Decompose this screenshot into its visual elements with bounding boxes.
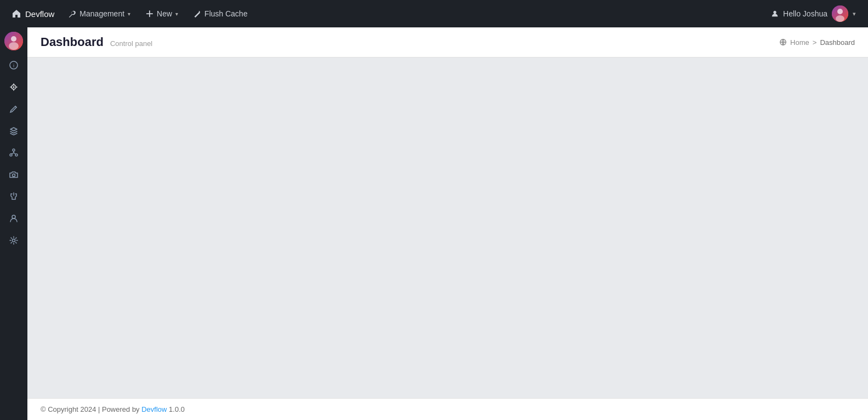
page-title: Dashboard [41,35,104,49]
avatar [832,5,848,22]
svg-point-14 [13,174,15,177]
plus-icon [146,10,153,18]
navbar-new[interactable]: New ▾ [139,6,185,21]
footer-copyright: © Copyright 2024 | Powered by [41,405,141,413]
breadcrumb: Home > Dashboard [779,38,855,47]
breadcrumb-current: Dashboard [820,38,855,47]
sidebar-item-dashboard[interactable] [3,77,24,97]
sidebar: i [0,27,27,420]
sidebar-item-sitemap[interactable] [3,142,24,163]
svg-text:i: i [13,63,14,68]
navbar-management[interactable]: Management ▾ [62,6,137,21]
navbar-brand[interactable]: Devflow [7,6,60,22]
globe-icon [779,38,787,46]
navbar-brand-label: Devflow [25,9,54,19]
sidebar-item-plugins[interactable] [3,186,24,207]
svg-point-0 [773,11,776,14]
navbar-flush-cache[interactable]: Flush Cache [187,6,254,21]
breadcrumb-home[interactable]: Home [790,38,809,47]
management-label: Management [79,9,124,18]
sidebar-item-camera[interactable] [3,164,24,185]
new-chevron: ▾ [175,11,178,17]
svg-point-15 [12,215,15,218]
content-area: Dashboard Control panel Home > Dashboard… [27,27,868,420]
wrench-icon [68,10,76,18]
user-nav-icon [771,10,779,18]
svg-point-2 [837,9,843,14]
sidebar-item-layers[interactable] [3,120,24,141]
sidebar-item-edit[interactable] [3,99,24,119]
breadcrumb-separator: > [813,38,817,47]
page-subtitle: Control panel [110,39,152,48]
svg-point-10 [13,87,15,88]
svg-point-16 [13,239,15,242]
sidebar-avatar[interactable] [4,32,23,50]
navbar-user[interactable]: Hello Joshua ▾ [766,3,861,24]
page-header: Dashboard Control panel Home > Dashboard [27,27,868,57]
footer-version: 1.0.0 [167,405,185,413]
navbar: Devflow Management ▾ New ▾ Flush Cache H… [0,0,868,27]
new-label: New [157,9,172,18]
management-chevron: ▾ [128,11,130,17]
main-wrapper: i [0,27,868,420]
svg-point-3 [836,15,844,22]
sidebar-item-settings[interactable] [3,230,24,251]
wand-icon [193,10,201,18]
main-content [27,57,868,398]
user-greeting: Hello Joshua [783,9,827,18]
sidebar-item-user[interactable] [3,208,24,229]
footer: © Copyright 2024 | Powered by Devflow 1.… [27,398,868,420]
svg-point-5 [11,36,16,42]
home-icon [12,9,21,18]
flush-cache-label: Flush Cache [204,9,248,18]
footer-brand-link[interactable]: Devflow [141,405,167,413]
sidebar-item-info[interactable]: i [3,55,24,76]
svg-point-13 [15,154,18,156]
svg-point-6 [9,42,19,50]
page-header-left: Dashboard Control panel [41,35,152,49]
user-dropdown-chevron: ▾ [853,10,856,18]
